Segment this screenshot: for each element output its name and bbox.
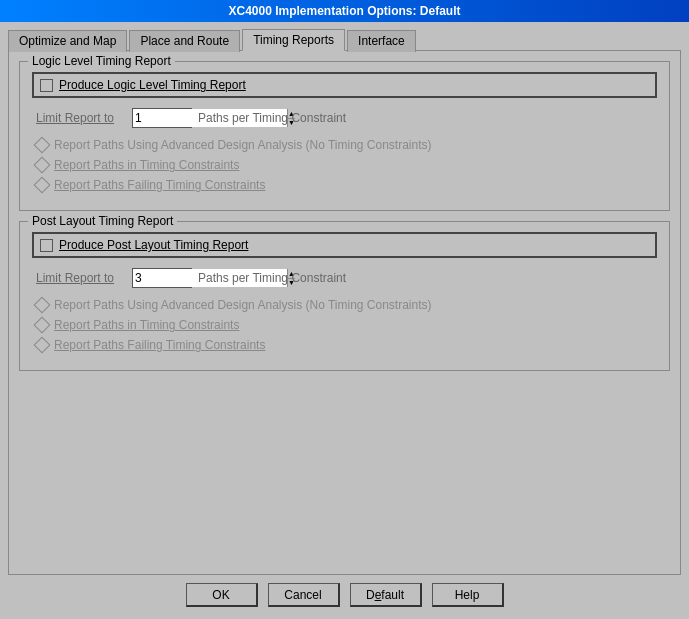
post-timing-group: Post Layout Timing Report Produce Post L… [19, 221, 670, 371]
post-radio-label-1: Report Paths Using Advanced Design Analy… [54, 298, 432, 312]
post-paths-label: Paths per Timing Constraint [198, 271, 346, 285]
logic-radio-1[interactable]: Report Paths Using Advanced Design Analy… [32, 138, 657, 152]
post-produce-label: Produce Post Layout Timing Report [59, 238, 248, 252]
post-radio-label-3: Report Paths Failing Timing Constraints [54, 338, 265, 352]
post-timing-title: Post Layout Timing Report [28, 214, 177, 228]
post-limit-label: Limit Report to [36, 271, 126, 285]
post-radio-diamond-3 [34, 337, 51, 354]
post-radio-1[interactable]: Report Paths Using Advanced Design Analy… [32, 298, 657, 312]
tab-place[interactable]: Place and Route [129, 30, 240, 52]
logic-radio-label-2: Report Paths in Timing Constraints [54, 158, 239, 172]
tab-optimize[interactable]: Optimize and Map [8, 30, 127, 52]
logic-limit-row: Limit Report to ▲ ▼ Paths per Timing Con… [32, 108, 657, 128]
cancel-button[interactable]: Cancel [268, 583, 340, 607]
logic-radio-3[interactable]: Report Paths Failing Timing Constraints [32, 178, 657, 192]
post-radio-2[interactable]: Report Paths in Timing Constraints [32, 318, 657, 332]
logic-produce-label: Produce Logic Level Timing Report [59, 78, 246, 92]
tab-content-timing: Logic Level Timing Report Produce Logic … [8, 50, 681, 575]
post-radio-label-2: Report Paths in Timing Constraints [54, 318, 239, 332]
logic-paths-label: Paths per Timing Constraint [198, 111, 346, 125]
logic-limit-label: Limit Report to [36, 111, 126, 125]
dialog-body: Optimize and Map Place and Route Timing … [0, 22, 689, 619]
tab-interface[interactable]: Interface [347, 30, 416, 52]
help-button[interactable]: Help [432, 583, 504, 607]
logic-produce-row: Produce Logic Level Timing Report [32, 72, 657, 98]
button-row: OK Cancel Default Help [8, 575, 681, 611]
ok-button[interactable]: OK [186, 583, 258, 607]
logic-timing-title: Logic Level Timing Report [28, 54, 175, 68]
logic-spin-control[interactable]: ▲ ▼ [132, 108, 192, 128]
logic-radio-diamond-1 [34, 137, 51, 154]
logic-radio-label-1: Report Paths Using Advanced Design Analy… [54, 138, 432, 152]
post-radio-diamond-2 [34, 317, 51, 334]
tab-bar: Optimize and Map Place and Route Timing … [8, 28, 681, 50]
post-radio-diamond-1 [34, 297, 51, 314]
logic-radio-diamond-3 [34, 177, 51, 194]
post-produce-checkbox[interactable] [40, 239, 53, 252]
post-limit-row: Limit Report to ▲ ▼ Paths per Timing Con… [32, 268, 657, 288]
title-text: XC4000 Implementation Options: Default [228, 4, 460, 18]
logic-radio-label-3: Report Paths Failing Timing Constraints [54, 178, 265, 192]
logic-timing-group: Logic Level Timing Report Produce Logic … [19, 61, 670, 211]
tab-timing[interactable]: Timing Reports [242, 29, 345, 51]
default-button[interactable]: Default [350, 583, 422, 607]
post-radio-3[interactable]: Report Paths Failing Timing Constraints [32, 338, 657, 352]
post-spin-control[interactable]: ▲ ▼ [132, 268, 192, 288]
post-produce-row: Produce Post Layout Timing Report [32, 232, 657, 258]
logic-radio-diamond-2 [34, 157, 51, 174]
logic-produce-checkbox[interactable] [40, 79, 53, 92]
title-bar: XC4000 Implementation Options: Default [0, 0, 689, 22]
logic-radio-2[interactable]: Report Paths in Timing Constraints [32, 158, 657, 172]
